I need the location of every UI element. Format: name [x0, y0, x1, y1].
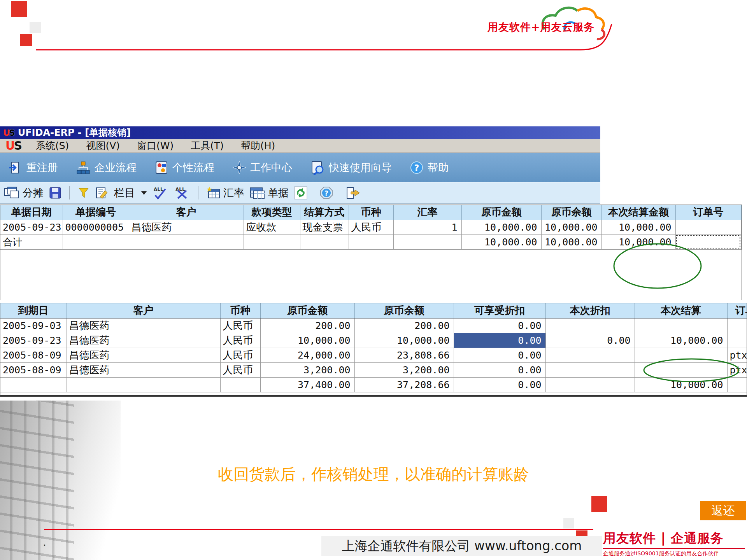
table-cell[interactable]: 0000000005 — [63, 220, 129, 234]
table-cell[interactable]: 10,000.00 — [601, 220, 675, 234]
column-header[interactable]: 币种 — [349, 205, 393, 220]
refresh-icon[interactable] — [294, 186, 307, 200]
menu-view[interactable]: 视图(V) — [86, 139, 120, 152]
re-register-button[interactable]: 重注册 — [9, 161, 58, 175]
save-icon[interactable] — [49, 187, 61, 199]
table-cell[interactable]: 3,200.00 — [354, 362, 454, 377]
table-cell[interactable] — [300, 234, 349, 249]
table-cell[interactable] — [244, 234, 300, 249]
column-header[interactable]: 本次结算 — [635, 303, 727, 318]
table-cell[interactable] — [635, 318, 727, 333]
menu-system[interactable]: 系统(S) — [36, 139, 69, 152]
table-cell[interactable] — [129, 234, 244, 249]
table-cell[interactable]: 10,000.00 — [354, 333, 454, 348]
table-cell[interactable]: 人民币 — [220, 348, 260, 362]
table-cell[interactable] — [727, 377, 747, 392]
column-header[interactable]: 订单号 — [727, 303, 747, 318]
check-all-icon[interactable]: ALL — [152, 186, 168, 200]
table-cell[interactable] — [675, 220, 741, 234]
table-cell[interactable] — [635, 348, 727, 362]
table-cell[interactable]: 合计 — [0, 234, 63, 249]
help-round-icon[interactable]: ? — [320, 186, 333, 200]
table-cell[interactable]: 人民币 — [220, 362, 260, 377]
column-header[interactable]: 到期日 — [0, 303, 67, 318]
column-header[interactable]: 结算方式 — [300, 205, 349, 220]
table-cell[interactable]: 23,808.66 — [354, 348, 454, 362]
help-button[interactable]: ? 帮助 — [410, 161, 449, 175]
menu-help[interactable]: 帮助(H) — [241, 139, 275, 152]
table-cell[interactable]: 10,000.00 — [635, 377, 727, 392]
table-cell[interactable]: ptxso — [727, 362, 747, 377]
table-cell[interactable]: 10,000.00 — [541, 234, 601, 249]
quick-wizard-button[interactable]: 快速使用向导 — [310, 160, 392, 175]
table-cell[interactable]: 昌德医药 — [129, 220, 244, 234]
menu-window[interactable]: 窗口(W) — [137, 139, 174, 152]
table-cell[interactable]: 37,400.00 — [260, 377, 354, 392]
table-cell[interactable]: 0.00 — [545, 333, 635, 348]
column-header[interactable]: 原币金额 — [461, 205, 541, 220]
table-cell[interactable]: 37,208.66 — [354, 377, 454, 392]
table-cell[interactable]: 10,000.00 — [260, 333, 354, 348]
table-cell[interactable]: 昌德医药 — [67, 318, 220, 333]
table-cell[interactable]: 3,200.00 — [260, 362, 354, 377]
table-cell[interactable]: 200.00 — [354, 318, 454, 333]
column-header[interactable]: 原币余额 — [541, 205, 601, 220]
column-header[interactable]: 币种 — [220, 303, 260, 318]
table-cell[interactable]: 昌德医药 — [67, 333, 220, 348]
table-cell[interactable] — [63, 234, 129, 249]
table-cell[interactable]: 2005-08-09 — [0, 348, 67, 362]
table-cell[interactable]: 10,000.00 — [635, 333, 727, 348]
column-header[interactable]: 汇率 — [393, 205, 461, 220]
column-header[interactable]: 本次折扣 — [545, 303, 635, 318]
filter-icon[interactable] — [77, 187, 90, 199]
table-cell[interactable]: 0.00 — [454, 348, 545, 362]
table-cell[interactable]: 10,000.00 — [541, 220, 601, 234]
table-cell[interactable]: 人民币 — [220, 318, 260, 333]
table-cell[interactable] — [545, 348, 635, 362]
table-cell[interactable]: 0.00 — [454, 377, 545, 392]
table-cell[interactable] — [727, 318, 747, 333]
table-cell[interactable]: ptxso — [727, 348, 747, 362]
table-cell[interactable]: 0.00 — [454, 318, 545, 333]
return-button[interactable]: 返还 — [700, 501, 746, 520]
column-header[interactable]: 原币金额 — [260, 303, 354, 318]
column-header[interactable]: 客户 — [129, 205, 244, 220]
column-header[interactable]: 本次结算金额 — [601, 205, 675, 220]
column-header[interactable]: 单据编号 — [63, 205, 129, 220]
table-cell[interactable]: 昌德医药 — [67, 362, 220, 377]
columns-edit-icon[interactable] — [95, 187, 109, 199]
column-header[interactable]: 原币余额 — [354, 303, 454, 318]
table-cell[interactable]: 现金支票 — [300, 220, 349, 234]
table-cell[interactable]: 2005-08-09 — [0, 362, 67, 377]
document-button[interactable]: 单据 — [250, 186, 289, 200]
chevron-down-icon[interactable] — [141, 191, 147, 195]
allocate-button[interactable]: 分摊 — [4, 186, 44, 200]
table-cell[interactable]: 200.00 — [260, 318, 354, 333]
table-cell[interactable]: 昌德医药 — [67, 348, 220, 362]
table-cell[interactable]: 2005-09-23 — [0, 220, 63, 234]
table-cell[interactable] — [635, 362, 727, 377]
columns-label[interactable]: 栏目 — [114, 186, 135, 200]
enterprise-flow-button[interactable]: 企业流程 — [76, 161, 137, 175]
table-cell[interactable] — [220, 377, 260, 392]
exchange-rate-button[interactable]: 汇率 — [206, 186, 244, 200]
table-cell[interactable]: 人民币 — [349, 220, 393, 234]
personal-flow-button[interactable]: 个性流程 — [154, 161, 214, 175]
table-cell[interactable]: 0.00 — [454, 362, 545, 377]
column-header[interactable]: 订单号 — [675, 205, 741, 220]
column-header[interactable]: 客户 — [67, 303, 220, 318]
table-cell[interactable]: 24,000.00 — [260, 348, 354, 362]
column-header[interactable]: 可享受折扣 — [454, 303, 545, 318]
table-cell[interactable]: 2005-09-23 — [0, 333, 67, 348]
table-cell[interactable] — [545, 377, 635, 392]
table-cell[interactable] — [727, 333, 747, 348]
column-header[interactable]: 单据日期 — [0, 205, 63, 220]
table-cell[interactable]: 0.00 — [454, 333, 545, 348]
work-center-button[interactable]: 工作中心 — [232, 161, 292, 175]
table-cell[interactable] — [0, 377, 67, 392]
exit-icon[interactable] — [345, 186, 360, 200]
table-cell[interactable] — [349, 234, 393, 249]
table-cell[interactable] — [545, 362, 635, 377]
uncheck-all-icon[interactable]: ALL — [174, 186, 190, 200]
table-cell[interactable] — [67, 377, 220, 392]
